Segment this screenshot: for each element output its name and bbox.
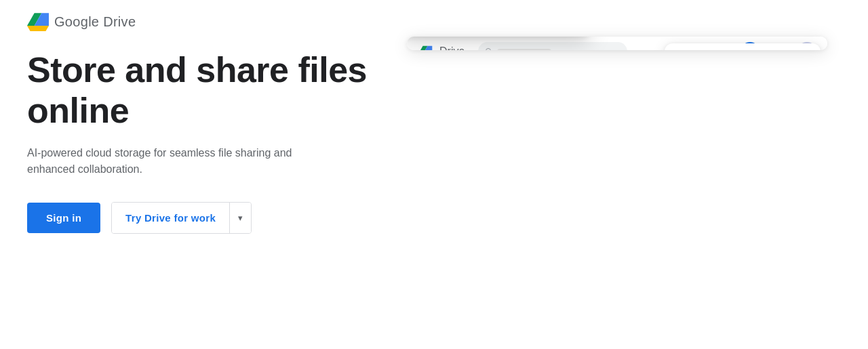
svg-point-0 [486, 49, 491, 51]
drive-window: Drive ⚙ [407, 37, 827, 50]
try-drive-button[interactable]: Try Drive for work [112, 203, 229, 233]
subheadline: AI-powered cloud storage for seamless fi… [27, 145, 326, 178]
hero-section: Store and share files online AI-powered … [0, 43, 868, 349]
gemini-panel: Hello, James How can I help you today? 🔍… [665, 43, 821, 50]
left-content: Store and share files online AI-powered … [27, 43, 393, 234]
headline: Store and share files online [27, 50, 393, 131]
drive-logo-icon [27, 12, 49, 31]
drive-logo-small-icon [418, 45, 433, 50]
try-drive-dropdown-button[interactable]: ▾ [229, 203, 251, 233]
logo-area: Google Drive [27, 12, 136, 31]
sign-in-button[interactable]: Sign in [27, 203, 100, 233]
cta-row: Sign in Try Drive for work ▾ [27, 202, 393, 234]
try-drive-wrapper: Try Drive for work ▾ [111, 202, 252, 234]
drive-label: Drive [439, 45, 465, 50]
logo-text: Google Drive [54, 14, 136, 30]
search-bar-line [497, 49, 551, 50]
drive-mockup: Drive ⚙ [393, 23, 841, 57]
search-icon [485, 47, 493, 50]
drive-search-bar[interactable] [478, 42, 627, 50]
